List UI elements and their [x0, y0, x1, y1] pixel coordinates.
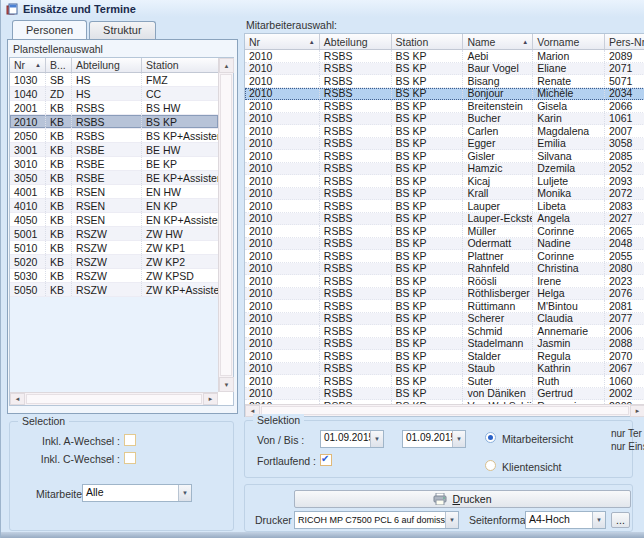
table-row[interactable]: 2010RSBSBS KPBaur VogelEliane2071: [245, 63, 644, 76]
seitenformat-combobox[interactable]: A4-Hoch ▼: [525, 511, 606, 529]
scrollbar-thumb[interactable]: [220, 74, 232, 376]
klientensicht-radio[interactable]: [485, 460, 496, 471]
date-from-picker[interactable]: 01.09.2015 ▼: [320, 430, 384, 448]
grid-cell: BS KP: [392, 138, 464, 150]
chevron-down-icon[interactable]: ▼: [370, 431, 383, 447]
grid-cell: ZW KP1: [142, 241, 218, 254]
table-row[interactable]: 2010RSBSBS KPSchererClaudia2077: [245, 313, 644, 326]
table-row[interactable]: 2010RSBSBS KPSuterRuth1060: [245, 375, 644, 388]
column-header-vorname[interactable]: Vorname: [533, 34, 605, 49]
grid-cell: BE KP+Assistenz: [142, 171, 218, 184]
table-row[interactable]: 2010RSBSBS KPAebiMarion2089: [245, 50, 644, 63]
vertical-scrollbar[interactable]: ▲ ▼: [218, 58, 233, 392]
table-row[interactable]: 3050KBRSBEBE KP+Assistenz: [10, 171, 218, 185]
table-row[interactable]: 2010RSBSBS KPGislerSilvana2085: [245, 150, 644, 163]
column-header-abteilung[interactable]: Abteilung: [72, 58, 142, 72]
seitenformat-more-button[interactable]: ...: [611, 512, 630, 528]
table-row[interactable]: 2010KBRSBSBS KP: [10, 115, 218, 129]
table-row[interactable]: 5020KBRSZWZW KP2: [10, 255, 218, 269]
inkl-c-wechsel-checkbox[interactable]: [124, 452, 136, 464]
table-row[interactable]: 2010RSBSBS KPRöthlisbergerHelga2076: [245, 288, 644, 301]
table-row[interactable]: 2010RSBSBS KPHamzicDzemila2052: [245, 163, 644, 176]
column-header-nr[interactable]: Nr▲: [245, 34, 320, 49]
scrollbar-thumb[interactable]: [26, 394, 202, 404]
column-header-station[interactable]: Station: [392, 34, 464, 49]
table-row[interactable]: 1030SBHSFMZ: [10, 73, 218, 87]
table-row[interactable]: 2010RSBSBS KPBonjourMichèle2034: [245, 88, 644, 101]
table-row[interactable]: 1040ZDHSCC: [10, 87, 218, 101]
date-to-picker[interactable]: 01.09.2015 ▼: [402, 430, 466, 448]
drucken-button[interactable]: Drucken: [294, 490, 631, 508]
table-row[interactable]: 2010RSBSBS KPRöösliIrene2023: [245, 275, 644, 288]
table-row[interactable]: 2010RSBSBS KPBisangRenate5071: [245, 75, 644, 88]
scroll-right-icon[interactable]: ►: [203, 393, 218, 405]
grid-cell: RSBS: [320, 313, 392, 325]
table-row[interactable]: 2010RSBSBS KPStalderRegula2070: [245, 350, 644, 363]
column-header-b[interactable]: B...: [46, 58, 72, 72]
grid-cell: Bisang: [463, 75, 533, 87]
drucker-combobox[interactable]: RICOH MP C7500 PCL 6 auf domissrv01 (um …: [294, 511, 459, 529]
table-row[interactable]: 2010RSBSBS KPEggerEmilia3058: [245, 138, 644, 151]
table-row[interactable]: 2010RSBSBS KPStaubKathrin2067: [245, 363, 644, 376]
table-row[interactable]: 2010RSBSBS KPPlattnerCorinne2055: [245, 250, 644, 263]
table-row[interactable]: 2001KBRSBSBS HW: [10, 101, 218, 115]
column-header-abteilung[interactable]: Abteilung: [320, 34, 392, 49]
column-header-pers-nr[interactable]: Pers-Nr: [605, 34, 644, 49]
table-row[interactable]: 2010RSBSBS KPvon DänikenGertrud2002: [245, 388, 644, 401]
scroll-down-icon[interactable]: ▼: [219, 377, 234, 392]
table-row[interactable]: 2010RSBSBS KPBucherKarin1061: [245, 113, 644, 126]
table-row[interactable]: 4001KBRSENEN HW: [10, 185, 218, 199]
grid-cell: RSEN: [72, 185, 142, 198]
grid-cell: Dzemila: [533, 163, 605, 175]
table-row[interactable]: 5001KBRSZWZW HW: [10, 227, 218, 241]
table-row[interactable]: 4010KBRSENEN KP: [10, 199, 218, 213]
column-header-station[interactable]: Station: [142, 58, 218, 72]
table-row[interactable]: 2010RSBSBS KPKicajLuljete2093: [245, 175, 644, 188]
grid-cell: RSBS: [320, 213, 392, 225]
tab-personen[interactable]: Personen: [12, 20, 87, 39]
column-header-name[interactable]: Name▲: [463, 34, 533, 49]
fortlaufend-checkbox[interactable]: [320, 454, 332, 466]
chevron-down-icon[interactable]: ▼: [178, 485, 191, 501]
table-row[interactable]: 2010RSBSBS KPKrallMonika2072: [245, 188, 644, 201]
table-row[interactable]: 2010RSBSBS KPStadelmannJasmin2088: [245, 338, 644, 351]
table-row[interactable]: 2010RSBSBS KPRahnfeldChristina2080: [245, 263, 644, 276]
table-row[interactable]: 2010RSBSBS KPRüttimannM'Bintou2081: [245, 300, 644, 313]
table-row[interactable]: 2010RSBSBS KPLauper-EcksteinAngela2027: [245, 213, 644, 226]
window-title: Einsätze und Termine: [23, 3, 136, 15]
chevron-down-icon[interactable]: ▼: [452, 431, 465, 447]
chevron-down-icon[interactable]: ▼: [445, 512, 458, 528]
grid-cell: RSZW: [72, 283, 142, 296]
table-row[interactable]: 5050KBRSZWZW KP+Assistenz: [10, 283, 218, 297]
grid-cell: KB: [46, 115, 72, 128]
table-row[interactable]: 3010KBRSBEBE KP: [10, 157, 218, 171]
table-row[interactable]: 2010RSBSBS KPSchmidAnnemarie2006: [245, 325, 644, 338]
table-row[interactable]: 5010KBRSZWZW KP1: [10, 241, 218, 255]
column-header-nr[interactable]: Nr▲: [10, 58, 46, 72]
grid-cell: HS: [72, 73, 142, 86]
table-row[interactable]: 4050KBRSENEN KP+Assistenz: [10, 213, 218, 227]
horizontal-scrollbar[interactable]: ◄ ►: [245, 404, 644, 416]
table-row[interactable]: 3001KBRSBEBE HW: [10, 143, 218, 157]
grid-cell: 2010: [245, 138, 320, 150]
inkl-a-wechsel-checkbox[interactable]: [124, 434, 136, 446]
scrollbar-thumb[interactable]: [261, 406, 629, 415]
tab-struktur[interactable]: Struktur: [89, 21, 156, 39]
mitarbeiter-combobox[interactable]: Alle ▼: [82, 484, 192, 502]
grid-cell: Corinne: [533, 225, 605, 237]
table-row[interactable]: 2010RSBSBS KPOdermattNadine2048: [245, 238, 644, 251]
horizontal-scrollbar[interactable]: ◄ ►: [10, 392, 218, 405]
table-row[interactable]: 2010RSBSBS KPBreitensteinGisela2066: [245, 100, 644, 113]
table-row[interactable]: 2010RSBSBS KPCarlenMagdalena2007: [245, 125, 644, 138]
table-row[interactable]: 2050KBRSBSBS KP+Assistenz: [10, 129, 218, 143]
grid-cell: RSBS: [320, 263, 392, 275]
chevron-down-icon[interactable]: ▼: [592, 512, 605, 528]
scroll-right-icon[interactable]: ►: [630, 405, 644, 417]
table-row[interactable]: 2010RSBSBS KPMüllerCorinne2065: [245, 225, 644, 238]
table-row[interactable]: 5030KBRSZWZW KPSD: [10, 269, 218, 283]
scroll-up-icon[interactable]: ▲: [219, 58, 234, 73]
scroll-left-icon[interactable]: ◄: [10, 393, 25, 405]
table-row[interactable]: 2010RSBSBS KPLauperLibeta2083: [245, 200, 644, 213]
mitarbeitersicht-radio[interactable]: [485, 432, 496, 443]
grid-cell: 3050: [10, 171, 46, 184]
